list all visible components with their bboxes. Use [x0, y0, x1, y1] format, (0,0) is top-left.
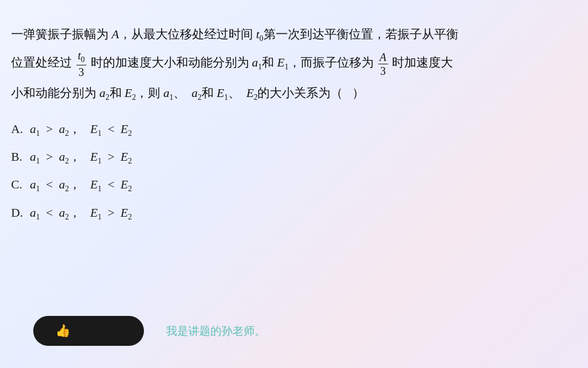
- option-B-label: B.: [11, 144, 27, 170]
- fraction-A-over-3: A 3: [378, 50, 388, 78]
- option-C-text: a1 < a2， E1 < E2: [30, 171, 132, 198]
- option-D-text: a1 < a2， E1 > E2: [30, 200, 132, 226]
- fraction-denominator: 3: [77, 65, 86, 79]
- bottom-bar: 👍 我是讲题的孙老师。: [33, 316, 555, 346]
- question-line-3: 小和动能分别为 a2和 E2，则 a1、 a2和 E1、 E2的大小关系为（ ）: [11, 81, 571, 105]
- fraction-A-denominator: 3: [379, 64, 388, 78]
- fraction-numerator: t0: [76, 49, 87, 65]
- option-B: B. a1 > a2， E1 > E2: [11, 144, 571, 170]
- option-A-text: a1 > a2， E1 < E2: [30, 116, 132, 142]
- option-B-text: a1 > a2， E1 > E2: [30, 144, 132, 170]
- fraction-t0-over-3: t0 3: [76, 49, 87, 79]
- option-D: D. a1 < a2， E1 > E2: [11, 200, 571, 226]
- thumbs-up-icon: 👍: [55, 324, 70, 338]
- like-button[interactable]: 👍: [33, 316, 144, 346]
- question-line-1: 一弹簧振子振幅为 A，从最大位移处经过时间 t0第一次到达平衡位置，若振子从平衡: [11, 22, 571, 47]
- option-A: A. a1 > a2， E1 < E2: [11, 116, 571, 142]
- option-A-label: A.: [11, 116, 27, 142]
- option-C: C. a1 < a2， E1 < E2: [11, 171, 571, 198]
- options-section: A. a1 > a2， E1 < E2 B. a1 > a2， E1 > E2: [11, 116, 571, 227]
- question-line-2: 位置处经过 t0 3 时的加速度大小和动能分别为 a1和 E1，而振子位移为 A…: [11, 49, 571, 79]
- fraction-A-numerator: A: [378, 50, 388, 64]
- question-text: 一弹簧振子振幅为 A，从最大位移处经过时间 t0第一次到达平衡位置，若振子从平衡…: [11, 22, 571, 106]
- teacher-text: 我是讲题的孙老师。: [166, 324, 266, 339]
- main-content: 一弹簧振子振幅为 A，从最大位移处经过时间 t0第一次到达平衡位置，若振子从平衡…: [0, 0, 588, 244]
- option-D-label: D.: [11, 200, 27, 226]
- option-C-label: C.: [11, 171, 27, 198]
